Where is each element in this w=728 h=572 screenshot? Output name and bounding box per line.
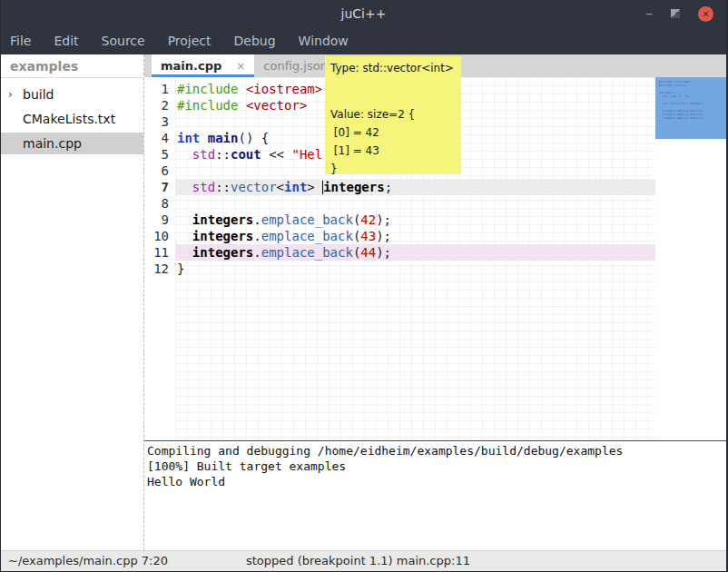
gutter-line-12[interactable]: 12 — [144, 261, 175, 277]
window-title: juCi++ — [1, 6, 726, 21]
chevron-right-icon[interactable]: › — [8, 88, 23, 101]
token-str: "Hel — [291, 147, 322, 162]
restore-icon[interactable] — [671, 9, 680, 18]
token-plain: ); — [376, 229, 391, 243]
token-plain: . — [253, 229, 261, 243]
token-plain — [200, 131, 207, 145]
gutter-line-11[interactable]: 11 — [144, 244, 175, 261]
status-debug-state: stopped (breakpoint 1.1) main.cpp:11 — [246, 554, 470, 567]
gutter-line-6[interactable]: 6 — [144, 163, 175, 179]
statusbar: ~/examples/main.cpp 7:20 stopped (breakp… — [1, 550, 726, 571]
code-line-9[interactable]: integers.emplace_back(42); — [175, 212, 655, 228]
gutter-line-7[interactable]: 7 — [144, 179, 175, 195]
gutter-line-5[interactable]: 5 — [144, 146, 175, 163]
token-inc: <vector> — [246, 98, 307, 113]
menubar: FileEditSourceProjectDebugWindow — [1, 27, 726, 54]
minimap-code: #include <iostream> #include <vector> in… — [659, 80, 723, 123]
tab-close-icon[interactable]: × — [236, 60, 245, 73]
token-meth: emplace_back — [261, 229, 353, 243]
tooltip-value-line: Value: size=2 { — [330, 105, 456, 123]
console-line-3: Hello World — [147, 474, 726, 489]
tooltip-value-line: [0] = 42 — [330, 123, 456, 142]
token-plain: } — [177, 261, 184, 276]
gutter-line-1[interactable]: 1 — [144, 81, 175, 97]
console-line-1: Compiling and debugging /home/eidheim/ex… — [147, 443, 726, 459]
minimize-icon[interactable]: – — [646, 9, 654, 18]
gutter-line-10[interactable]: 10 — [144, 228, 175, 244]
tab-label: config.json — [263, 59, 328, 73]
tooltip-value-block: Value: size=2 { [0] = 42 [1] = 43} — [330, 105, 456, 178]
status-file-position: ~/examples/main.cpp 7:20 — [8, 554, 168, 567]
token-kw: int — [284, 180, 307, 194]
token-ns: std — [192, 147, 215, 162]
menu-item-file[interactable]: File — [10, 34, 43, 48]
debug-value-tooltip: Type: std::vector<int> Value: size=2 { [… — [325, 56, 461, 174]
token-plain: :: — [215, 147, 231, 162]
token-plain: :: — [215, 180, 231, 194]
project-name-header: examples — [1, 54, 143, 78]
menu-item-window[interactable]: Window — [299, 34, 360, 48]
tooltip-value-line: [1] = 43 — [330, 142, 456, 160]
token-plain: ); — [376, 212, 391, 227]
token-fn: main — [208, 131, 239, 145]
gutter-line-9[interactable]: 9 — [144, 212, 175, 228]
token-meth: emplace_back — [261, 245, 353, 260]
token-meth: emplace_back — [261, 212, 353, 227]
token-plain — [177, 245, 192, 260]
output-console[interactable]: Compiling and debugging /home/eidheim/ex… — [144, 440, 726, 550]
menu-item-source[interactable]: Source — [102, 34, 157, 48]
token-plain: . — [253, 212, 261, 227]
gutter-line-8[interactable]: 8 — [144, 195, 175, 212]
tab-label: main.cpp — [161, 59, 221, 73]
tree-item-build[interactable]: ›build — [1, 84, 143, 105]
file-tree-panel: examples ›buildCMakeLists.txtmain.cpp — [1, 54, 144, 550]
menu-item-edit[interactable]: Edit — [54, 34, 90, 48]
tab-main-cpp[interactable]: main.cpp× — [152, 54, 254, 77]
code-line-12[interactable]: } — [175, 261, 655, 277]
token-ns: std — [192, 180, 215, 194]
tree-item-label: build — [23, 87, 54, 102]
token-inc: <iostream> — [246, 82, 322, 96]
token-plain: > — [307, 180, 322, 194]
window-controls: – ✕ — [646, 0, 714, 27]
line-number-gutter[interactable]: 123456789101112 — [144, 77, 175, 440]
token-var: integers — [323, 180, 384, 194]
token-meth: vector — [231, 180, 277, 194]
token-plain — [238, 82, 245, 96]
menu-item-debug[interactable]: Debug — [234, 34, 288, 48]
tree-item-label: main.cpp — [23, 136, 82, 151]
token-fn: cout — [231, 147, 261, 162]
minimap[interactable]: #include <iostream> #include <vector> in… — [655, 77, 726, 139]
token-plain: ; — [385, 180, 392, 194]
code-line-10[interactable]: integers.emplace_back(43); — [175, 228, 655, 244]
gutter-line-4[interactable]: 4 — [144, 130, 175, 146]
code-line-8[interactable] — [175, 195, 655, 212]
token-plain: < — [277, 180, 284, 194]
titlebar: juCi++ – ✕ — [1, 0, 726, 27]
code-line-7[interactable]: std::vector<int> integers; — [175, 179, 655, 195]
close-icon[interactable]: ✕ — [698, 6, 713, 22]
token-plain: () { — [238, 131, 269, 145]
token-plain: << — [261, 147, 292, 162]
app-window: juCi++ – ✕ FileEditSourceProjectDebugWin… — [0, 0, 728, 572]
tooltip-type-line: Type: std::vector<int> — [330, 60, 456, 76]
token-num: 42 — [360, 212, 376, 227]
token-kw: int — [177, 131, 200, 145]
token-plain: ); — [376, 245, 391, 260]
tree-item-label: CMakeLists.txt — [23, 112, 115, 126]
token-plain — [238, 98, 245, 113]
tree-item-main-cpp[interactable]: main.cpp — [1, 133, 143, 154]
gutter-line-3[interactable]: 3 — [144, 113, 175, 130]
code-line-11[interactable]: integers.emplace_back(44); — [175, 244, 655, 261]
token-var: integers — [192, 229, 253, 243]
token-pp: #include — [177, 82, 238, 96]
menu-item-project[interactable]: Project — [168, 34, 223, 48]
tree-item-cmakelists-txt[interactable]: CMakeLists.txt — [1, 108, 143, 130]
minimap-column: #include <iostream> #include <vector> in… — [655, 77, 726, 440]
token-num: 44 — [360, 245, 376, 260]
token-num: 43 — [360, 229, 376, 243]
file-tree: ›buildCMakeLists.txtmain.cpp — [1, 78, 143, 154]
gutter-line-2[interactable]: 2 — [144, 97, 175, 113]
token-var: integers — [192, 245, 253, 260]
token-plain — [177, 229, 192, 243]
